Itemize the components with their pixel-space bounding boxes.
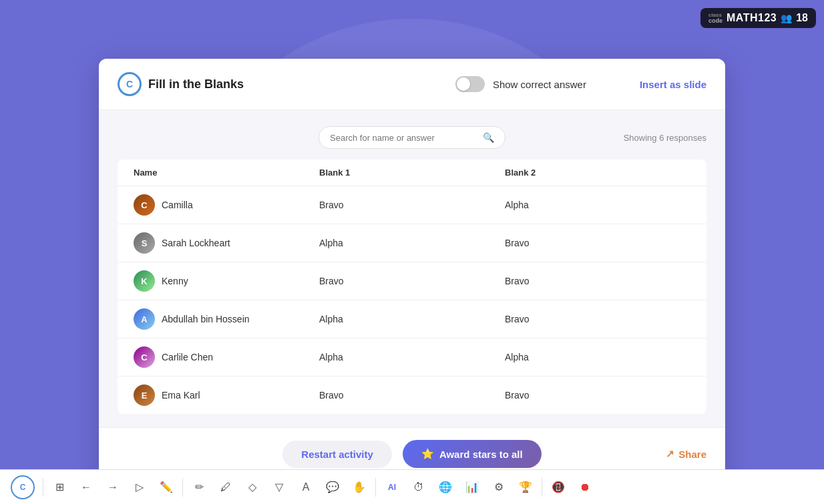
main-modal: C Fill in the Blanks Show correct answer… (99, 59, 725, 480)
share-icon: ↗ (666, 448, 674, 460)
ai-icon[interactable]: AI (379, 474, 405, 501)
student-name: Abdullah bin Hossein (162, 314, 250, 324)
class-code-value: MATH123 (727, 12, 777, 24)
table-row: C Camilla Bravo Alpha (118, 186, 706, 224)
toolbar-divider-2 (182, 478, 183, 497)
toggle-label: Show correct answer (493, 79, 586, 90)
search-icon: 🔍 (483, 132, 494, 143)
toolbar: C ⊞ ← → ▷ ✏️ ✏ 🖊 ◇ ▽ A 💬 ✋ AI ⏱ 🌐 📊 ⚙ 🏆 … (0, 469, 824, 504)
comment-icon[interactable]: 💬 (319, 474, 346, 501)
toolbar-divider-4 (542, 478, 542, 497)
star-icon: ⭐ (421, 448, 434, 460)
table-row: C Carlile Chen Alpha Alpha (118, 338, 706, 376)
modal-header: C Fill in the Blanks Show correct answer… (99, 59, 725, 110)
highlight-icon[interactable]: 🖊 (212, 474, 239, 501)
avatar: E (134, 385, 155, 406)
blank1-answer: Bravo (319, 390, 505, 401)
student-cell: K Kenny (134, 270, 319, 292)
table-row: K Kenny Bravo Bravo (118, 262, 706, 300)
student-cell: S Sarah Lockheart (134, 232, 319, 254)
blank1-answer: Alpha (319, 352, 505, 362)
student-cell: A Abdullah bin Hossein (134, 308, 319, 330)
logo-area: C Fill in the Blanks (118, 72, 455, 96)
share-button[interactable]: ↗ Share (666, 448, 706, 460)
arrow-left-icon[interactable]: ← (73, 474, 99, 501)
show-correct-answer-toggle[interactable] (455, 76, 485, 92)
student-name: Ema Karl (162, 390, 200, 401)
blank2-answer: Bravo (505, 314, 690, 324)
table-row: S Sarah Lockheart Alpha Bravo (118, 224, 706, 262)
toolbar-logo[interactable]: C (11, 475, 35, 499)
camera-off-icon[interactable]: 📵 (545, 474, 572, 501)
timer-icon[interactable]: ⏱ (405, 474, 432, 501)
avatar: C (134, 346, 155, 368)
table-row: A Abdullah bin Hossein Alpha Bravo (118, 300, 706, 338)
eraser-icon[interactable]: ◇ (239, 474, 266, 501)
class-code-label: class code (708, 13, 723, 24)
toolbar-divider-1 (43, 478, 43, 497)
blank2-answer: Alpha (505, 352, 690, 362)
award-stars-button[interactable]: ⭐ Award stars to all (403, 440, 542, 468)
avatar: C (134, 194, 155, 216)
blank1-answer: Bravo (319, 200, 505, 210)
app-logo-icon: C (118, 72, 142, 96)
trophy-icon[interactable]: 🏆 (512, 474, 539, 501)
avatar: S (134, 232, 155, 254)
shapes-icon[interactable]: ▽ (266, 474, 292, 501)
search-box[interactable]: 🔍 (319, 126, 505, 149)
record-icon[interactable]: ⏺ (572, 474, 598, 501)
pen-icon[interactable]: ✏️ (153, 474, 180, 501)
blank2-answer: Bravo (505, 238, 690, 248)
table-row: E Ema Karl Bravo Bravo (118, 376, 706, 414)
student-name: Carlile Chen (162, 352, 213, 362)
student-name: Kenny (162, 276, 188, 286)
header-center: Show correct answer (455, 76, 586, 92)
blank2-answer: Bravo (505, 276, 690, 286)
student-cell: C Carlile Chen (134, 346, 319, 368)
toolbar-section-tools: AI ⏱ 🌐 📊 ⚙ 🏆 (379, 474, 539, 501)
class-badge: class code MATH123 👥 18 (700, 8, 816, 28)
user-count: 18 (796, 12, 808, 24)
student-cell: C Camilla (134, 194, 319, 216)
toolbar-section-drawing: ✏ 🖊 ◇ ▽ A 💬 ✋ (186, 474, 373, 501)
insert-as-slide-button[interactable]: Insert as slide (640, 79, 706, 90)
blank1-answer: Alpha (319, 314, 505, 324)
avatar: A (134, 308, 155, 330)
toolbar-section-nav: ⊞ ← → ▷ ✏️ (46, 474, 180, 501)
blank2-answer: Bravo (505, 390, 690, 401)
modal-body: 🔍 Showing 6 responses Name Blank 1 Blank… (99, 110, 725, 427)
search-input[interactable] (330, 133, 477, 143)
restart-activity-button[interactable]: Restart activity (282, 441, 392, 468)
users-icon: 👥 (781, 13, 792, 23)
student-name: Camilla (162, 200, 193, 210)
toolbar-divider-3 (375, 478, 376, 497)
col-name: Name (134, 168, 319, 178)
modal-title: Fill in the Blanks (148, 77, 244, 91)
response-table: Name Blank 1 Blank 2 C Camilla Bravo Alp… (118, 160, 706, 414)
gesture-icon[interactable]: ✋ (346, 474, 373, 501)
search-row: 🔍 Showing 6 responses (118, 126, 706, 149)
blank1-answer: Bravo (319, 276, 505, 286)
student-name: Sarah Lockheart (162, 238, 230, 248)
share-label: Share (678, 449, 706, 460)
showing-responses-text: Showing 6 responses (624, 133, 706, 143)
globe-icon[interactable]: 🌐 (432, 474, 459, 501)
blank1-answer: Alpha (319, 238, 505, 248)
avatar: K (134, 270, 155, 292)
student-cell: E Ema Karl (134, 385, 319, 406)
grid-view-icon[interactable]: ⊞ (46, 474, 73, 501)
settings-icon[interactable]: ⚙ (485, 474, 512, 501)
award-stars-label: Award stars to all (439, 449, 523, 460)
text-icon[interactable]: A (292, 474, 319, 501)
table-header: Name Blank 1 Blank 2 (118, 160, 706, 186)
col-blank1: Blank 1 (319, 168, 505, 178)
col-blank2: Blank 2 (505, 168, 690, 178)
blank2-answer: Alpha (505, 200, 690, 210)
toolbar-section-right: 📵 ⏺ (545, 474, 598, 501)
chart-icon[interactable]: 📊 (459, 474, 485, 501)
pencil-icon[interactable]: ✏ (186, 474, 212, 501)
play-icon[interactable]: ▷ (126, 474, 153, 501)
arrow-right-icon[interactable]: → (99, 474, 126, 501)
toggle-wrapper[interactable] (455, 76, 485, 92)
